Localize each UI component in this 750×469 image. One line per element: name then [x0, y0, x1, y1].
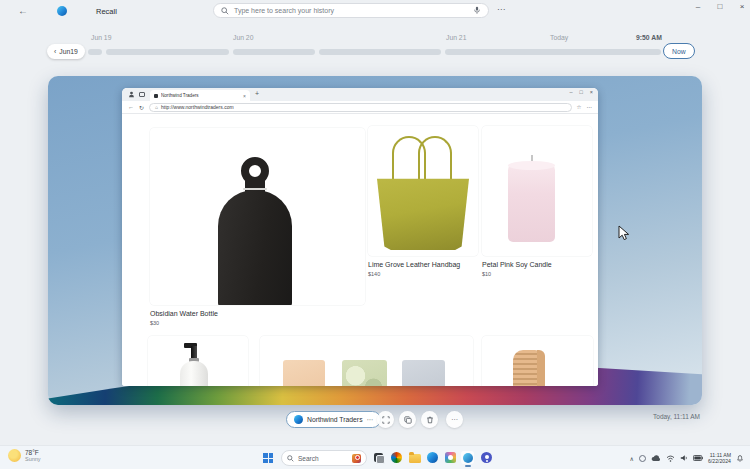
expand-button[interactable]: [377, 411, 394, 428]
search-input[interactable]: Type here to search your history: [213, 3, 489, 18]
tab-title: Northwind Traders: [161, 93, 240, 98]
timeline-segment[interactable]: [233, 49, 315, 55]
timeline-time-label: 9:50 AM: [636, 34, 662, 41]
handbag-body: [377, 178, 469, 250]
product-card-lotion: [148, 336, 248, 386]
product-card-water-bottle: [150, 128, 365, 305]
workspaces-icon: [139, 92, 145, 97]
now-button[interactable]: Now: [663, 43, 695, 59]
trash-icon: [426, 416, 434, 424]
candle-top: [508, 161, 555, 170]
browser-addressbar: ← ↻ ⌂ http://www.northwindtraders.com ☆ …: [122, 101, 598, 114]
site-favicon: [154, 94, 158, 98]
onedrive-cloud-icon[interactable]: [651, 455, 661, 462]
timeline-label-jun20: Jun 20: [233, 34, 253, 41]
volume-icon[interactable]: [680, 454, 688, 462]
taskbar-clock[interactable]: 11:11 AM 6/22/2024: [708, 452, 731, 464]
taskbar-search[interactable]: Search: [281, 450, 367, 466]
minimize-button[interactable]: –: [692, 2, 704, 11]
home-icon: ⌂: [155, 104, 158, 110]
browser-tab: Northwind Traders ×: [150, 90, 250, 101]
search-placeholder: Type here to search your history: [234, 7, 473, 14]
product-price: $10: [482, 271, 491, 277]
back-button[interactable]: ←: [18, 5, 28, 16]
snapshot-timestamp: Today, 11:11 AM: [653, 413, 700, 420]
product-price: $30: [150, 320, 159, 326]
addressbar-actions: ☆ ⋯: [577, 104, 592, 110]
browser-minimize-icon: –: [569, 89, 572, 95]
toolbar-more-button[interactable]: ⋯: [446, 411, 463, 428]
timeline-segment[interactable]: [106, 49, 229, 55]
battery-icon[interactable]: [693, 455, 703, 461]
source-more-icon: ⋯: [367, 416, 374, 424]
clock-date: 6/22/2024: [708, 458, 731, 464]
browser-maximize-icon: □: [579, 89, 582, 95]
new-tab-icon: +: [255, 90, 259, 97]
chevron-left-icon: ‹: [54, 48, 56, 55]
header-more-button[interactable]: ⋯: [497, 5, 505, 14]
product-title: Obsidian Water Bottle: [150, 310, 218, 317]
lotion-bottle: [180, 361, 208, 386]
soap-bar-peach: [283, 360, 325, 386]
candle-body: [508, 163, 555, 242]
taskbar-icon-recall-active[interactable]: [461, 451, 474, 464]
taskbar-icon-photos[interactable]: [444, 451, 457, 464]
timeline-back-pill[interactable]: ‹ Jun19: [47, 44, 85, 59]
product-card-handbag: [368, 126, 478, 256]
timeline-label-jun19: Jun 19: [91, 34, 111, 41]
handbag-handle: [418, 136, 452, 184]
copy-button[interactable]: [399, 411, 416, 428]
tab-close-icon: ×: [243, 93, 246, 99]
delete-button[interactable]: [421, 411, 438, 428]
taskbar-icon-copilot[interactable]: [390, 451, 403, 464]
timeline-label-today: Today: [550, 34, 568, 41]
start-button[interactable]: [263, 453, 273, 463]
page-title: Recall: [96, 7, 117, 16]
mic-icon[interactable]: [473, 6, 481, 15]
taskbar-search-label: Search: [298, 455, 348, 462]
taskbar-search-icon: [287, 455, 294, 462]
product-title: Lime Grove Leather Handbag: [368, 261, 460, 268]
wifi-icon[interactable]: [666, 455, 675, 462]
taskbar-icon-edge[interactable]: [426, 451, 439, 464]
soap-bar-gray: [402, 360, 445, 386]
notification-bell-icon[interactable]: [736, 454, 744, 462]
browser-more-icon: ⋯: [587, 104, 593, 110]
product-card-brush: [482, 336, 593, 386]
browser-refresh-icon: ↻: [139, 104, 144, 111]
product-title: Petal Pink Soy Candle: [482, 261, 552, 268]
tray-app-icon[interactable]: [639, 455, 646, 462]
taskbar-icon-taskview[interactable]: [372, 451, 385, 464]
close-button[interactable]: ×: [736, 2, 748, 11]
maximize-button[interactable]: □: [714, 2, 726, 11]
sun-icon: [8, 449, 21, 462]
search-highlight-icon: [352, 454, 361, 463]
wooden-brush-handle: [537, 350, 545, 386]
weather-temp: 78°F: [25, 449, 41, 456]
weather-condition: Sunny: [25, 456, 41, 462]
weather-widget[interactable]: 78°F Sunny: [8, 449, 41, 462]
edge-icon: [294, 415, 303, 424]
profile-icon: [128, 91, 135, 98]
soap-bar-green: [342, 360, 387, 386]
timeline-back-pill-label: Jun19: [59, 48, 78, 55]
hidden-icons-button[interactable]: ∧: [630, 455, 634, 462]
snapshot-card[interactable]: Northwind Traders × + – □ × ← ↻ ⌂ http:/…: [48, 76, 702, 405]
browser-back-icon: ←: [128, 104, 134, 110]
webpage-content: Obsidian Water Bottle $30 Lime Grove Lea…: [122, 114, 598, 386]
product-price: $140: [368, 271, 380, 277]
timeline-label-jun21: Jun 21: [446, 34, 466, 41]
snapshot-source-button[interactable]: Northwind Traders ⋯: [286, 411, 381, 428]
snapshot-source-label: Northwind Traders: [307, 416, 363, 423]
taskbar-icon-teams[interactable]: [480, 451, 493, 464]
timeline-segment[interactable]: [319, 49, 441, 55]
timeline-segment[interactable]: [445, 49, 661, 55]
recall-app-window: ← Recall Type here to search your histor…: [0, 0, 750, 469]
system-tray: ∧ 11:11 AM 6/22/2024: [630, 449, 744, 467]
expand-icon: [382, 416, 390, 424]
taskbar-icon-explorer[interactable]: [408, 451, 421, 464]
recall-app-icon: [57, 6, 67, 16]
mouse-cursor: [618, 225, 629, 241]
timeline-segment[interactable]: [88, 49, 102, 55]
url-field: ⌂ http://www.northwindtraders.com: [149, 103, 572, 112]
